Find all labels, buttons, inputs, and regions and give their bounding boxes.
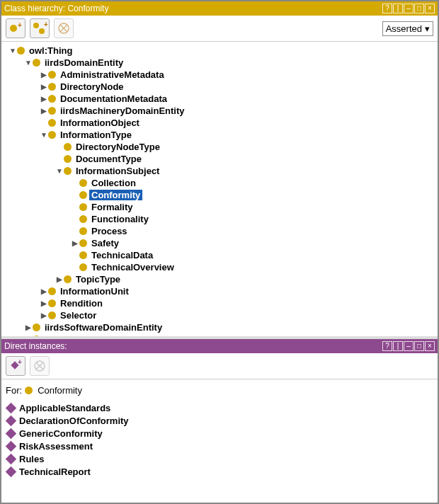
tree-node-label[interactable]: Safety — [89, 238, 121, 248]
tree-node-label[interactable]: InformationObject — [58, 118, 142, 128]
tree-row[interactable]: Conformity — [3, 189, 436, 201]
delete-class-button[interactable] — [54, 18, 74, 38]
individual-icon — [6, 428, 17, 439]
tree-row[interactable]: TechnicalOverview — [3, 261, 436, 273]
tree-node-label[interactable]: InformationSubject — [74, 166, 161, 176]
tree-row[interactable]: Process — [3, 225, 436, 237]
tree-expander-icon[interactable]: ▼ — [24, 59, 33, 67]
tree-node-label[interactable]: iirdsSoftwareDomainEntity — [42, 322, 164, 333]
tree-row[interactable]: ▶iirdsMachineryDomainEntity — [3, 105, 436, 117]
tree-node-label[interactable]: DirectoryNode — [58, 81, 126, 92]
instance-row[interactable]: DeclarationOfConformity — [6, 414, 433, 427]
tree-row[interactable]: ▶DirectoryNode — [3, 81, 436, 93]
tree-row[interactable]: DocumentType — [3, 153, 436, 165]
tree-row[interactable]: TechnicalData — [3, 249, 436, 261]
tree-row[interactable]: ▼iirdsDomainEntity — [3, 57, 436, 69]
svg-text:+: + — [18, 359, 22, 366]
tree-node-label[interactable]: iirdsMachineryDomainEntity — [58, 105, 187, 116]
tree-node-label[interactable]: Rendition — [58, 298, 105, 309]
class-tree[interactable]: ▼owl:Thing▼iirdsDomainEntity▶Administrat… — [1, 42, 438, 336]
instance-row[interactable]: GenericConformity — [6, 427, 433, 440]
tree-node-label[interactable]: TopicType — [74, 274, 122, 285]
tree-node-label[interactable]: owl:Thing — [27, 45, 74, 56]
window-control-button[interactable]: | — [393, 4, 403, 13]
tree-node-label[interactable]: DocumentationMetadata — [58, 93, 169, 104]
tree-row[interactable]: InformationObject — [3, 117, 436, 129]
instance-row[interactable]: ApplicableStandards — [6, 401, 433, 414]
tree-node-label[interactable]: iirdsDomainEntity — [42, 57, 125, 68]
tree-node-label[interactable]: Conformity — [89, 190, 142, 200]
tree-expander-icon[interactable]: ▼ — [55, 167, 64, 175]
tree-expander-icon[interactable]: ▶ — [71, 239, 79, 247]
individual-icon — [6, 466, 17, 477]
tree-row[interactable]: ▼InformationType — [3, 129, 436, 141]
window-control-button[interactable]: × — [425, 341, 435, 351]
instance-label[interactable]: TechnicalReport — [19, 466, 91, 477]
svg-text:+: + — [44, 21, 47, 28]
tree-row[interactable]: Formality — [3, 201, 436, 213]
tree-row[interactable]: Functionality — [3, 213, 436, 225]
instance-label[interactable]: RiskAssessment — [19, 441, 93, 452]
tree-node-label[interactable]: DocumentType — [74, 154, 144, 164]
tree-expander-icon[interactable]: ▶ — [40, 71, 48, 79]
tree-expander-icon[interactable]: ▶ — [24, 323, 33, 331]
tree-node-label[interactable]: DirectoryNodeType — [74, 142, 162, 152]
tree-node-label[interactable]: Collection — [89, 178, 138, 188]
instance-label[interactable]: GenericConformity — [19, 428, 103, 439]
tree-row[interactable]: ▶AdministrativeMetadata — [3, 69, 436, 81]
window-control-button[interactable]: □ — [414, 4, 424, 13]
tree-expander-icon[interactable]: ▶ — [55, 275, 64, 283]
instances-for-label: For: — [6, 385, 22, 396]
window-control-button[interactable]: | — [393, 341, 403, 351]
tree-row[interactable]: ▶TopicType — [3, 273, 436, 285]
tree-expander-icon[interactable]: ▶ — [40, 95, 48, 103]
tree-expander-icon[interactable]: ▶ — [40, 311, 48, 319]
tree-row[interactable]: ▶Rendition — [3, 297, 436, 309]
window-control-button[interactable]: ? — [382, 341, 392, 351]
tree-row[interactable]: ▶Selector — [3, 309, 436, 321]
add-child-class-button[interactable]: + — [30, 18, 50, 38]
instance-row[interactable]: RiskAssessment — [6, 440, 433, 452]
tree-expander-icon[interactable]: ▼ — [8, 47, 17, 55]
add-sibling-class-button[interactable]: + — [6, 18, 25, 38]
tree-row[interactable]: Collection — [3, 177, 436, 189]
instance-label[interactable]: Rules — [19, 454, 44, 464]
tree-row[interactable]: ▶InformationUnit — [3, 285, 436, 297]
tree-expander-icon[interactable]: ▶ — [40, 83, 48, 91]
class-icon — [79, 227, 87, 235]
tree-expander-icon[interactable]: ▶ — [40, 299, 48, 307]
tree-row[interactable]: ▶iirdsSoftwareDomainEntity — [3, 321, 436, 333]
instance-row[interactable]: Rules — [6, 452, 433, 465]
add-instance-button[interactable]: + — [6, 356, 25, 376]
tree-row[interactable]: ▼InformationSubject — [3, 165, 436, 177]
reasoning-mode-dropdown[interactable]: Asserted ▾ — [382, 21, 433, 36]
tree-expander-icon[interactable]: ▶ — [40, 287, 48, 295]
class-icon — [64, 275, 72, 283]
window-control-button[interactable]: – — [404, 4, 414, 13]
instance-row[interactable]: TechnicalReport — [6, 465, 433, 478]
window-control-button[interactable]: □ — [414, 341, 424, 351]
tree-node-label[interactable]: InformationUnit — [58, 286, 131, 297]
class-hierarchy-title: Class hierarchy: Conformity — [4, 4, 108, 13]
window-control-button[interactable]: ? — [382, 4, 392, 13]
tree-node-label[interactable]: TechnicalOverview — [89, 262, 176, 273]
window-control-button[interactable]: × — [425, 4, 435, 13]
tree-node-label[interactable]: Process — [89, 226, 130, 236]
tree-row[interactable]: ▶DocumentationMetadata — [3, 93, 436, 105]
tree-node-label[interactable]: Functionality — [89, 214, 151, 224]
tree-node-label[interactable]: InformationType — [58, 130, 134, 140]
tree-row[interactable]: DirectoryNodeType — [3, 141, 436, 153]
tree-node-label[interactable]: TechnicalData — [89, 250, 155, 260]
tree-node-label[interactable]: Formality — [89, 202, 135, 212]
tree-expander-icon[interactable]: ▼ — [40, 131, 48, 139]
tree-node-label[interactable]: AdministrativeMetadata — [58, 69, 166, 80]
tree-node-label[interactable]: Selector — [58, 310, 98, 321]
window-control-button[interactable]: – — [404, 341, 414, 351]
instance-label[interactable]: ApplicableStandards — [19, 403, 110, 413]
class-icon — [79, 239, 87, 247]
tree-row[interactable]: ▶Safety — [3, 237, 436, 249]
instance-label[interactable]: DeclarationOfConformity — [19, 416, 129, 426]
tree-expander-icon[interactable]: ▶ — [40, 107, 48, 115]
tree-row[interactable]: ▼owl:Thing — [3, 45, 436, 57]
delete-instance-button[interactable] — [30, 356, 50, 376]
